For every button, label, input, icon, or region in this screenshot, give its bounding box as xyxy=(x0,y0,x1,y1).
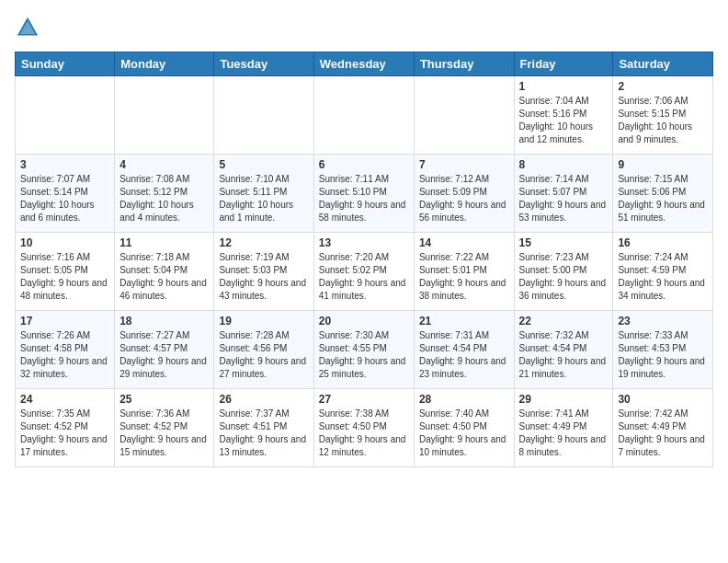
day-number: 15 xyxy=(519,236,609,249)
day-info: Sunrise: 7:42 AM Sunset: 4:49 PM Dayligh… xyxy=(618,408,708,459)
day-info: Sunrise: 7:08 AM Sunset: 5:12 PM Dayligh… xyxy=(119,173,209,224)
day-number: 23 xyxy=(618,315,708,327)
calendar-week-row: 1Sunrise: 7:04 AM Sunset: 5:16 PM Daylig… xyxy=(16,76,713,155)
weekday-header-saturday: Saturday xyxy=(613,52,713,76)
day-info: Sunrise: 7:07 AM Sunset: 5:14 PM Dayligh… xyxy=(20,173,109,224)
calendar-week-row: 3Sunrise: 7:07 AM Sunset: 5:14 PM Daylig… xyxy=(16,155,713,233)
calendar-cell: 25Sunrise: 7:36 AM Sunset: 4:52 PM Dayli… xyxy=(115,389,214,467)
calendar-week-row: 24Sunrise: 7:35 AM Sunset: 4:52 PM Dayli… xyxy=(16,389,713,467)
day-info: Sunrise: 7:30 AM Sunset: 4:55 PM Dayligh… xyxy=(319,329,409,381)
page-header xyxy=(15,15,713,40)
calendar-cell xyxy=(16,76,115,155)
day-number: 22 xyxy=(519,315,609,327)
day-info: Sunrise: 7:10 AM Sunset: 5:11 PM Dayligh… xyxy=(219,173,308,224)
calendar-cell: 19Sunrise: 7:28 AM Sunset: 4:56 PM Dayli… xyxy=(214,311,313,389)
day-number: 8 xyxy=(519,158,609,171)
day-number: 16 xyxy=(618,236,708,249)
day-number: 30 xyxy=(618,393,708,406)
day-info: Sunrise: 7:24 AM Sunset: 4:59 PM Dayligh… xyxy=(618,251,708,303)
day-number: 21 xyxy=(419,315,509,327)
day-info: Sunrise: 7:06 AM Sunset: 5:15 PM Dayligh… xyxy=(618,95,708,146)
day-info: Sunrise: 7:18 AM Sunset: 5:04 PM Dayligh… xyxy=(119,251,209,303)
day-info: Sunrise: 7:35 AM Sunset: 4:52 PM Dayligh… xyxy=(20,408,109,459)
day-info: Sunrise: 7:23 AM Sunset: 5:00 PM Dayligh… xyxy=(519,251,609,303)
calendar-cell: 23Sunrise: 7:33 AM Sunset: 4:53 PM Dayli… xyxy=(613,311,713,389)
calendar-cell: 16Sunrise: 7:24 AM Sunset: 4:59 PM Dayli… xyxy=(613,233,713,311)
calendar-cell: 10Sunrise: 7:16 AM Sunset: 5:05 PM Dayli… xyxy=(16,233,115,311)
day-number: 28 xyxy=(419,393,509,406)
calendar-cell: 11Sunrise: 7:18 AM Sunset: 5:04 PM Dayli… xyxy=(115,233,214,311)
day-info: Sunrise: 7:31 AM Sunset: 4:54 PM Dayligh… xyxy=(419,329,509,381)
calendar-cell: 22Sunrise: 7:32 AM Sunset: 4:54 PM Dayli… xyxy=(514,311,613,389)
calendar-body: 1Sunrise: 7:04 AM Sunset: 5:16 PM Daylig… xyxy=(16,76,713,467)
calendar-cell xyxy=(214,76,313,155)
calendar-cell: 24Sunrise: 7:35 AM Sunset: 4:52 PM Dayli… xyxy=(16,389,115,467)
day-info: Sunrise: 7:04 AM Sunset: 5:16 PM Dayligh… xyxy=(519,95,609,146)
calendar-table: SundayMondayTuesdayWednesdayThursdayFrid… xyxy=(15,52,713,467)
day-info: Sunrise: 7:12 AM Sunset: 5:09 PM Dayligh… xyxy=(419,173,509,224)
calendar-cell: 13Sunrise: 7:20 AM Sunset: 5:02 PM Dayli… xyxy=(313,233,414,311)
day-number: 20 xyxy=(319,315,409,327)
day-number: 13 xyxy=(319,236,409,249)
day-info: Sunrise: 7:38 AM Sunset: 4:50 PM Dayligh… xyxy=(319,408,409,459)
logo-icon xyxy=(15,15,40,40)
calendar-cell: 3Sunrise: 7:07 AM Sunset: 5:14 PM Daylig… xyxy=(16,155,115,233)
day-number: 14 xyxy=(419,236,509,249)
day-number: 7 xyxy=(419,158,509,171)
calendar-cell: 17Sunrise: 7:26 AM Sunset: 4:58 PM Dayli… xyxy=(16,311,115,389)
day-info: Sunrise: 7:19 AM Sunset: 5:03 PM Dayligh… xyxy=(219,251,308,303)
calendar-cell: 5Sunrise: 7:10 AM Sunset: 5:11 PM Daylig… xyxy=(214,155,313,233)
day-info: Sunrise: 7:11 AM Sunset: 5:10 PM Dayligh… xyxy=(319,173,409,224)
weekday-header-friday: Friday xyxy=(514,52,613,76)
calendar-cell: 6Sunrise: 7:11 AM Sunset: 5:10 PM Daylig… xyxy=(313,155,414,233)
day-info: Sunrise: 7:33 AM Sunset: 4:53 PM Dayligh… xyxy=(618,329,708,381)
day-number: 6 xyxy=(319,158,409,171)
day-number: 5 xyxy=(219,158,308,171)
day-info: Sunrise: 7:20 AM Sunset: 5:02 PM Dayligh… xyxy=(319,251,409,303)
day-info: Sunrise: 7:40 AM Sunset: 4:50 PM Dayligh… xyxy=(419,408,509,459)
calendar-cell: 26Sunrise: 7:37 AM Sunset: 4:51 PM Dayli… xyxy=(214,389,313,467)
day-info: Sunrise: 7:22 AM Sunset: 5:01 PM Dayligh… xyxy=(419,251,509,303)
calendar-cell: 8Sunrise: 7:14 AM Sunset: 5:07 PM Daylig… xyxy=(514,155,613,233)
calendar-header: SundayMondayTuesdayWednesdayThursdayFrid… xyxy=(16,52,713,76)
day-number: 19 xyxy=(219,315,308,327)
day-info: Sunrise: 7:27 AM Sunset: 4:57 PM Dayligh… xyxy=(119,329,209,381)
calendar-cell: 27Sunrise: 7:38 AM Sunset: 4:50 PM Dayli… xyxy=(313,389,414,467)
day-number: 11 xyxy=(119,236,209,249)
day-info: Sunrise: 7:26 AM Sunset: 4:58 PM Dayligh… xyxy=(20,329,109,381)
day-number: 1 xyxy=(519,80,609,93)
calendar-cell: 20Sunrise: 7:30 AM Sunset: 4:55 PM Dayli… xyxy=(313,311,414,389)
calendar-cell: 12Sunrise: 7:19 AM Sunset: 5:03 PM Dayli… xyxy=(214,233,313,311)
calendar-cell: 2Sunrise: 7:06 AM Sunset: 5:15 PM Daylig… xyxy=(613,76,713,155)
weekday-header-sunday: Sunday xyxy=(16,52,115,76)
day-number: 10 xyxy=(20,236,109,249)
day-info: Sunrise: 7:14 AM Sunset: 5:07 PM Dayligh… xyxy=(519,173,609,224)
weekday-header-thursday: Thursday xyxy=(414,52,514,76)
calendar-cell: 29Sunrise: 7:41 AM Sunset: 4:49 PM Dayli… xyxy=(514,389,613,467)
day-number: 2 xyxy=(618,80,708,93)
weekday-header-wednesday: Wednesday xyxy=(313,52,414,76)
day-info: Sunrise: 7:41 AM Sunset: 4:49 PM Dayligh… xyxy=(519,408,609,459)
calendar-week-row: 10Sunrise: 7:16 AM Sunset: 5:05 PM Dayli… xyxy=(16,233,713,311)
day-number: 18 xyxy=(119,315,209,327)
calendar-cell: 15Sunrise: 7:23 AM Sunset: 5:00 PM Dayli… xyxy=(514,233,613,311)
day-info: Sunrise: 7:15 AM Sunset: 5:06 PM Dayligh… xyxy=(618,173,708,224)
day-number: 3 xyxy=(20,158,109,171)
calendar-cell: 18Sunrise: 7:27 AM Sunset: 4:57 PM Dayli… xyxy=(115,311,214,389)
calendar-cell xyxy=(115,76,214,155)
day-number: 26 xyxy=(219,393,308,406)
day-info: Sunrise: 7:37 AM Sunset: 4:51 PM Dayligh… xyxy=(219,408,308,459)
day-number: 24 xyxy=(20,393,109,406)
calendar-cell: 9Sunrise: 7:15 AM Sunset: 5:06 PM Daylig… xyxy=(613,155,713,233)
calendar-cell xyxy=(414,76,514,155)
day-number: 4 xyxy=(119,158,209,171)
day-info: Sunrise: 7:32 AM Sunset: 4:54 PM Dayligh… xyxy=(519,329,609,381)
calendar-cell: 7Sunrise: 7:12 AM Sunset: 5:09 PM Daylig… xyxy=(414,155,514,233)
day-number: 17 xyxy=(20,315,109,327)
day-number: 29 xyxy=(519,393,609,406)
weekday-header-row: SundayMondayTuesdayWednesdayThursdayFrid… xyxy=(16,52,713,76)
calendar-cell: 1Sunrise: 7:04 AM Sunset: 5:16 PM Daylig… xyxy=(514,76,613,155)
calendar-cell: 14Sunrise: 7:22 AM Sunset: 5:01 PM Dayli… xyxy=(414,233,514,311)
day-number: 27 xyxy=(319,393,409,406)
calendar-cell xyxy=(313,76,414,155)
